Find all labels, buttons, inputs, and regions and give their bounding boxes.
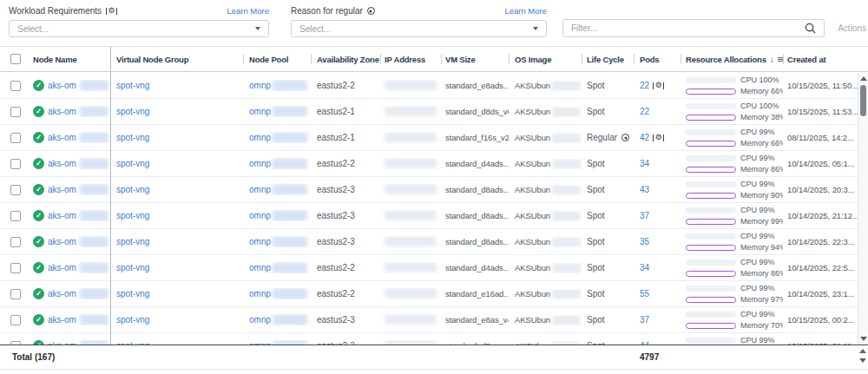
pods-link[interactable]: 22 [640, 107, 649, 116]
redacted-node-pool [273, 210, 307, 221]
node-name-link[interactable]: aks-om [48, 133, 76, 142]
vng-link[interactable]: spot-vng [116, 237, 149, 246]
column-header-created-at[interactable]: Created at [783, 47, 858, 71]
pods-link[interactable]: 55 [640, 289, 649, 299]
row-checkbox[interactable] [10, 159, 21, 169]
node-name-cell: ✓ aks-om [31, 184, 110, 195]
column-header-vm-size[interactable]: VM Size [441, 47, 509, 71]
node-pool-link[interactable]: omnp [249, 185, 271, 194]
node-name-link[interactable]: aks-om [48, 289, 76, 299]
redacted-node-name [80, 132, 108, 143]
frozen-column-divider [110, 46, 111, 370]
sort-descending-icon[interactable]: ↓ [770, 55, 774, 64]
row-checkbox[interactable] [10, 289, 21, 299]
node-pool-link[interactable]: omnp [249, 107, 271, 116]
node-pool-link[interactable]: omnp [249, 159, 271, 168]
node-pool-link[interactable]: omnp [249, 289, 271, 299]
node-pool-cell: omnp [243, 158, 311, 169]
node-name-cell: ✓ aks-om [31, 158, 110, 169]
column-header-pods[interactable]: Pods [634, 47, 681, 71]
column-header-node-pool[interactable]: Node Pool [243, 47, 311, 71]
row-checkbox[interactable] [10, 315, 21, 325]
availability-zone-cell: eastus2-3 [311, 315, 380, 325]
node-pool-link[interactable]: omnp [249, 81, 271, 90]
pods-link[interactable]: 43 [640, 185, 649, 194]
node-pool-link[interactable]: omnp [249, 263, 271, 272]
scroll-down-icon[interactable] [860, 337, 867, 341]
vng-link[interactable]: spot-vng [116, 211, 149, 220]
column-header-ip-address[interactable]: IP Address [380, 47, 441, 71]
row-checkbox-cell [0, 211, 31, 221]
scrollbar-thumb[interactable] [860, 85, 866, 116]
pods-link[interactable]: 22 [640, 81, 649, 90]
vng-link[interactable]: spot-vng [116, 107, 149, 116]
cpu-label: CPU 99% [740, 310, 775, 318]
life-cycle-cell: Spot [582, 237, 634, 246]
scroll-up-icon[interactable] [860, 76, 867, 81]
actions-button[interactable]: Actions [838, 23, 866, 33]
row-checkbox[interactable] [10, 237, 21, 247]
node-name-link[interactable]: aks-om [48, 263, 76, 272]
row-checkbox[interactable] [10, 211, 21, 221]
node-name-link[interactable]: aks-om [48, 315, 76, 325]
node-name-link[interactable]: aks-om [48, 185, 76, 194]
node-pool-link[interactable]: omnp [249, 237, 271, 246]
scroll-up-icon[interactable] [859, 349, 866, 353]
vertical-scrollbar[interactable] [858, 73, 868, 344]
os-image-cell: AKSUbun . [509, 133, 582, 143]
vng-link[interactable]: spot-vng [116, 133, 149, 142]
column-header-virtual-node-group[interactable]: Virtual Node Group [110, 47, 243, 71]
footer-scroll-arrows [858, 349, 867, 363]
node-name-link[interactable]: aks-om [48, 211, 76, 220]
node-pool-cell: omnp [243, 262, 311, 273]
os-image-cell: AKSUbun . [509, 107, 582, 117]
column-header-node-name[interactable]: Node Name [31, 47, 110, 71]
column-header-availability-zone[interactable]: Availability Zone [311, 47, 380, 71]
redacted-node-pool [273, 106, 307, 117]
column-header-life-cycle[interactable]: Life Cycle [582, 47, 634, 71]
resource-allocations-cell: CPU 100% Memory 66% [681, 75, 783, 95]
pods-link[interactable]: 35 [640, 237, 649, 246]
life-cycle-cell: Spot [582, 211, 634, 220]
redacted-node-name [80, 314, 108, 325]
filter-input[interactable] [571, 23, 799, 33]
row-checkbox[interactable] [10, 81, 21, 91]
pods-link[interactable]: 34 [640, 263, 649, 272]
node-pool-link[interactable]: omnp [249, 315, 271, 325]
column-header-resource-allocations[interactable]: Resource Allocations ↓ [681, 47, 783, 71]
pods-link[interactable]: 37 [640, 315, 649, 325]
vng-link[interactable]: spot-vng [116, 315, 149, 325]
vng-link[interactable]: spot-vng [116, 289, 149, 299]
os-image-prefix: AKSUbun [515, 107, 550, 116]
pods-cell: 55 ⚙ [634, 289, 681, 299]
workload-learn-more-link[interactable]: Learn More [227, 6, 269, 16]
workload-requirements-select[interactable]: Select... [9, 20, 269, 37]
column-header-os-image[interactable]: OS Image [509, 47, 582, 71]
row-checkbox[interactable] [10, 107, 21, 117]
node-pool-link[interactable]: omnp [249, 211, 271, 220]
vng-link[interactable]: spot-vng [116, 81, 149, 90]
row-checkbox-cell [0, 159, 31, 169]
reason-for-regular-select[interactable]: Select... [291, 20, 547, 37]
vng-link[interactable]: spot-vng [116, 159, 149, 168]
reason-learn-more-link[interactable]: Learn More [504, 6, 547, 16]
scroll-down-icon[interactable] [859, 358, 866, 363]
vng-link[interactable]: spot-vng [116, 185, 149, 194]
node-name-link[interactable]: aks-om [48, 107, 76, 116]
row-checkbox[interactable] [10, 133, 21, 143]
node-name-link[interactable]: aks-om [48, 237, 76, 246]
vng-link[interactable]: spot-vng [116, 263, 149, 272]
node-name-link[interactable]: aks-om [48, 159, 76, 168]
chevron-down-icon [255, 27, 260, 30]
row-checkbox[interactable] [10, 185, 21, 195]
row-checkbox-cell [0, 107, 31, 117]
row-checkbox[interactable] [10, 263, 21, 273]
pods-link[interactable]: 42 [640, 133, 649, 142]
redacted-os-image [552, 315, 581, 325]
ip-address-cell [380, 262, 441, 274]
select-all-checkbox[interactable] [10, 54, 21, 64]
pods-link[interactable]: 37 [640, 211, 649, 220]
pods-link[interactable]: 34 [640, 159, 649, 168]
node-name-link[interactable]: aks-om [48, 81, 76, 90]
node-pool-link[interactable]: omnp [249, 133, 271, 142]
